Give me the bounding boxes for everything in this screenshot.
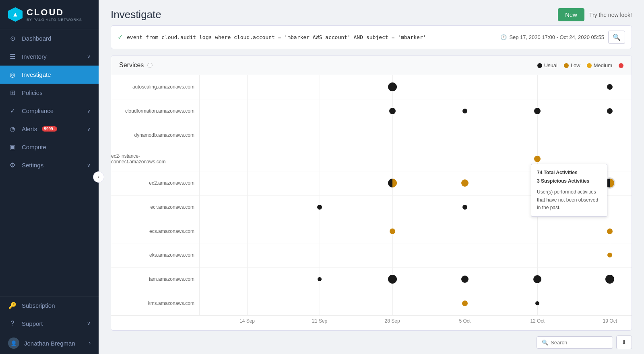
- sidebar-item-compute[interactable]: ▣ Compute: [0, 138, 99, 156]
- sidebar-item-user[interactable]: 👤 Jonathan Bregman ›: [0, 332, 99, 354]
- legend-usual: Usual: [537, 62, 557, 68]
- col-separator: [610, 291, 610, 315]
- chart-dot[interactable]: [388, 275, 397, 284]
- main-content: Investigate New Try the new look! ✓ even…: [99, 0, 644, 354]
- chart-dot[interactable]: [462, 205, 467, 210]
- sidebar-item-support[interactable]: ? Support ∨: [0, 315, 99, 332]
- service-label-ec2: ec2.amazonaws.com: [111, 171, 199, 196]
- col-separator: [392, 147, 393, 171]
- sidebar-nav: ⊙ Dashboard ☰ Inventory ∨ ◎ Investigate …: [0, 29, 99, 174]
- col-separator: [320, 219, 320, 243]
- chart-dot[interactable]: [390, 228, 395, 234]
- service-label-dynamodb: dynamodb.amazonaws.com: [111, 123, 199, 147]
- tooltip-line1: 74 Total Activities: [537, 169, 601, 177]
- legend-medium-dot: [587, 63, 592, 68]
- query-text[interactable]: event from cloud.audit_logs where cloud.…: [127, 34, 492, 40]
- service-label-kms: kms.amazonaws.com: [111, 291, 199, 315]
- x-axis-label: 21 Sep: [312, 318, 327, 324]
- sidebar-item-dashboard[interactable]: ⊙ Dashboard: [0, 29, 99, 47]
- chart-dot[interactable]: [461, 276, 469, 283]
- col-separator: [537, 219, 538, 243]
- service-label-ecr: ecr.amazonaws.com: [111, 196, 199, 220]
- chart-row: [200, 75, 632, 99]
- chart-info-icon[interactable]: ⓘ: [147, 62, 153, 68]
- download-button[interactable]: ⬇: [616, 335, 632, 349]
- logo-text: CLOUD: [27, 7, 82, 18]
- new-button[interactable]: New: [558, 8, 584, 21]
- col-separator: [392, 123, 393, 147]
- chart-header: Services ⓘ Usual Low Medium: [111, 56, 632, 75]
- services-chart-area: 74 Total Activities 3 Suspicious Activit…: [200, 75, 632, 315]
- compliance-arrow: ∨: [87, 108, 91, 114]
- chart-dot[interactable]: [607, 228, 613, 234]
- chart-dot[interactable]: [389, 108, 396, 114]
- sidebar-item-policies[interactable]: ⊞ Policies: [0, 84, 99, 102]
- compute-icon: ▣: [8, 143, 17, 151]
- col-separator: [247, 99, 248, 123]
- chart-dot[interactable]: [607, 84, 613, 90]
- sidebar-collapse-button[interactable]: ‹: [93, 171, 104, 183]
- chart-dot[interactable]: [318, 277, 322, 281]
- x-axis-label: 5 Oct: [459, 318, 471, 324]
- search-icon: 🔍: [542, 340, 548, 346]
- sidebar-logo: ▲ CLOUD BY PALO ALTO NETWORKS: [0, 0, 99, 29]
- col-separator: [465, 147, 465, 171]
- legend-low: Low: [564, 62, 580, 68]
- chart-dot[interactable]: [534, 108, 541, 114]
- chart-dot[interactable]: [388, 179, 397, 187]
- col-separator: [465, 219, 465, 243]
- query-divider: [496, 33, 496, 42]
- chart-dot[interactable]: [607, 253, 612, 257]
- sidebar-item-subscription[interactable]: 🔑 Subscription: [0, 296, 99, 315]
- col-separator: [247, 243, 248, 267]
- col-separator: [465, 243, 465, 267]
- query-check-icon: ✓: [118, 33, 123, 41]
- try-new-label: Try the new look!: [589, 12, 632, 18]
- chart-dot[interactable]: [607, 108, 613, 114]
- service-label-cloudformation: cloudformation.amazonaws.com: [111, 99, 199, 123]
- col-separator: [392, 196, 393, 219]
- chart-dot[interactable]: [461, 179, 469, 187]
- page-title: Investigate: [111, 8, 161, 21]
- compliance-icon: ✓: [8, 107, 17, 115]
- sidebar-item-inventory[interactable]: ☰ Inventory ∨: [0, 47, 99, 66]
- chart-dot[interactable]: [462, 109, 467, 113]
- query-search-button[interactable]: 🔍: [608, 31, 625, 44]
- chart-title: Services: [119, 62, 144, 68]
- alerts-icon: ◔: [8, 125, 17, 133]
- sidebar-item-investigate[interactable]: ◎ Investigate: [0, 66, 99, 84]
- chart-dot[interactable]: [317, 205, 322, 210]
- col-separator: [320, 243, 320, 267]
- chart-dot[interactable]: [535, 301, 539, 305]
- col-separator: [320, 123, 320, 147]
- search-input[interactable]: [551, 340, 607, 346]
- chart-dot[interactable]: [534, 156, 541, 162]
- x-axis-labels: 14 Sep21 Sep28 Sep5 Oct12 Oct19 Oct: [200, 318, 632, 328]
- legend-low-dot: [564, 63, 569, 68]
- sidebar-item-settings[interactable]: ⚙ Settings ∨: [0, 156, 99, 174]
- x-axis-label: 19 Oct: [603, 318, 617, 324]
- chart-dot[interactable]: [462, 300, 468, 306]
- service-label-eks: eks.amazonaws.com: [111, 243, 199, 268]
- chart-row: [200, 268, 632, 292]
- service-label-iam: iam.amazonaws.com: [111, 268, 199, 292]
- col-separator: [537, 75, 538, 99]
- chart-dot[interactable]: [605, 275, 614, 284]
- chart-row: [200, 291, 632, 315]
- col-separator: [247, 171, 248, 195]
- chart-row: [200, 219, 632, 243]
- bottom-bar: 🔍 ⬇: [99, 331, 644, 354]
- chart-container: Services ⓘ Usual Low Medium: [111, 56, 632, 331]
- col-separator: [247, 268, 248, 291]
- sidebar-item-compliance[interactable]: ✓ Compliance ∨: [0, 102, 99, 120]
- support-icon: ?: [8, 320, 17, 327]
- settings-arrow: ∨: [87, 163, 91, 168]
- tooltip-line2: 3 Suspicious Activities: [537, 177, 601, 185]
- col-separator: [537, 243, 538, 267]
- chart-dot[interactable]: [533, 275, 541, 283]
- search-box: 🔍: [537, 336, 613, 349]
- inventory-icon: ☰: [8, 53, 17, 60]
- chart-dot[interactable]: [388, 82, 397, 91]
- sidebar-item-alerts[interactable]: ◔ Alerts 9999+ ∨: [0, 120, 99, 138]
- col-separator: [247, 147, 248, 171]
